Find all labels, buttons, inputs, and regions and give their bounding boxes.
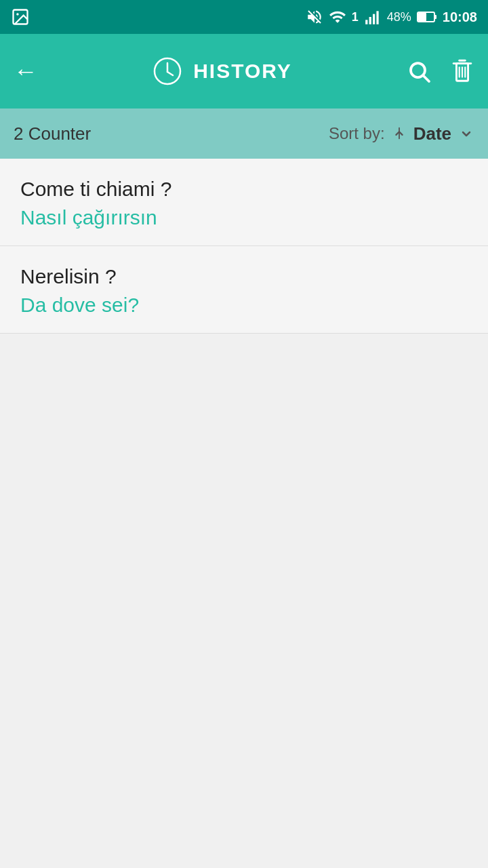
filter-bar: 2 Counter Sort by: Date [0,108,488,159]
battery-text: 48% [387,10,411,24]
wifi-icon [329,8,346,26]
sim-icon: 1 [352,10,359,24]
history-item-source: Come ti chiami ? [20,178,468,201]
back-button[interactable]: ← [14,57,38,85]
status-bar-left [11,7,30,26]
app-bar-title-group: HISTORY [52,56,393,86]
app-bar-title: HISTORY [193,60,292,83]
sort-value: Date [413,123,451,144]
history-item-translation: Nasıl çağırırsın [20,206,468,229]
status-bar: 1 48% 10:08 [0,0,488,34]
svg-line-11 [167,72,173,75]
svg-rect-4 [373,14,375,24]
svg-rect-3 [369,17,371,24]
history-item-source: Nerelisin ? [20,265,468,288]
image-icon [11,7,30,26]
status-time: 10:08 [443,9,477,25]
svg-line-13 [424,76,429,81]
svg-rect-2 [365,20,367,24]
sort-arrow-icon [392,126,407,141]
sort-by-label: Sort by: [329,124,385,143]
status-bar-right: 1 48% 10:08 [306,8,477,26]
search-icon[interactable] [407,59,431,83]
counter-label: 2 Counter [14,123,91,144]
svg-rect-7 [434,15,436,19]
clock-icon [152,56,182,86]
battery-icon [417,10,437,24]
history-item[interactable]: Come ti chiami ? Nasıl çağırırsın [0,159,488,246]
svg-rect-5 [376,11,378,24]
delete-icon[interactable] [450,58,474,85]
sort-section[interactable]: Sort by: Date [329,123,474,144]
history-item[interactable]: Nerelisin ? Da dove sei? [0,246,488,334]
history-item-translation: Da dove sei? [20,294,468,317]
history-list: Come ti chiami ? Nasıl çağırırsın Nereli… [0,159,488,868]
mute-icon [306,8,323,26]
signal-icon [364,8,382,26]
app-bar-actions [407,58,474,85]
svg-point-1 [16,13,19,16]
dropdown-icon[interactable] [458,125,474,142]
app-bar: ← HISTORY [0,34,488,108]
